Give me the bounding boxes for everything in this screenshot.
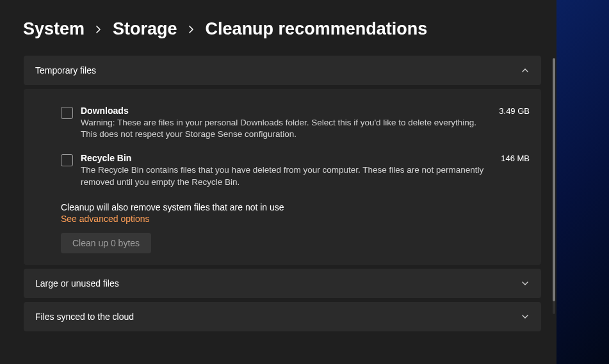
breadcrumb-system[interactable]: System (23, 19, 85, 39)
settings-window: System Storage Cleanup recommendations T… (0, 0, 556, 364)
file-name: Recycle Bin (81, 153, 131, 163)
file-row-downloads: Downloads 3.49 GB Warning: These are fil… (35, 99, 530, 146)
chevron-down-icon (521, 279, 530, 288)
chevron-right-icon (93, 24, 104, 35)
panel-header-large-files[interactable]: Large or unused files (24, 269, 541, 298)
note-block: Cleanup will also remove system files th… (35, 194, 530, 224)
file-name: Downloads (81, 106, 129, 116)
breadcrumb-storage[interactable]: Storage (113, 19, 177, 39)
page-title: Cleanup recommendations (206, 19, 428, 39)
breadcrumb: System Storage Cleanup recommendations (0, 0, 556, 51)
panel-large-files: Large or unused files (24, 269, 541, 298)
checkbox-recyclebin[interactable] (61, 154, 73, 166)
file-description: The Recycle Bin contains files that you … (81, 164, 491, 187)
checkbox-downloads[interactable] (61, 107, 73, 119)
panel-header-cloud-files[interactable]: Files synced to the cloud (24, 302, 541, 331)
cleanup-button[interactable]: Clean up 0 bytes (61, 233, 151, 253)
panel-body-temporary-files: Downloads 3.49 GB Warning: These are fil… (24, 89, 541, 265)
file-row-recyclebin: Recycle Bin 146 MB The Recycle Bin conta… (35, 146, 530, 194)
cleanup-note: Cleanup will also remove system files th… (61, 202, 530, 212)
panel-temporary-files: Temporary files (24, 56, 541, 85)
chevron-right-icon (186, 24, 197, 35)
panel-cloud-files: Files synced to the cloud (24, 302, 541, 331)
advanced-options-link[interactable]: See advanced options (61, 214, 530, 224)
scrollbar[interactable] (553, 58, 555, 314)
panel-title: Temporary files (35, 65, 96, 75)
file-size: 146 MB (501, 154, 530, 163)
panel-title: Files synced to the cloud (35, 312, 134, 322)
chevron-up-icon (521, 66, 530, 75)
content-area: Temporary files Downloads 3.49 GB Warnin… (0, 51, 556, 364)
desktop-background (556, 0, 609, 364)
file-description: Warning: These are files in your persona… (81, 117, 491, 140)
scrollbar-thumb[interactable] (553, 58, 555, 301)
panel-header-temporary-files[interactable]: Temporary files (24, 56, 541, 85)
file-info: Downloads 3.49 GB Warning: These are fil… (81, 106, 530, 140)
action-row: Clean up 0 bytes (35, 224, 530, 253)
file-size: 3.49 GB (499, 106, 530, 116)
file-info: Recycle Bin 146 MB The Recycle Bin conta… (81, 153, 530, 187)
panel-title: Large or unused files (35, 278, 119, 289)
chevron-down-icon (521, 312, 530, 321)
